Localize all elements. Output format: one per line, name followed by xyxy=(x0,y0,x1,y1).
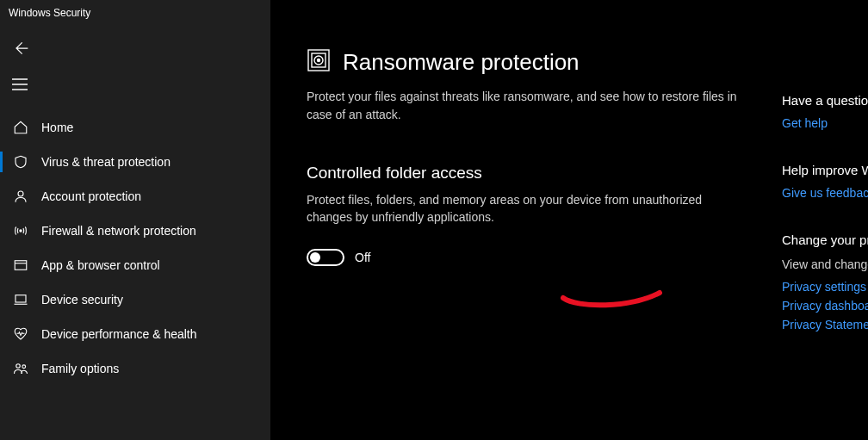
window-title: Windows Security xyxy=(9,7,90,19)
sidebar-item-family[interactable]: Family options xyxy=(0,351,270,386)
hamburger-button[interactable] xyxy=(0,67,270,105)
sidebar-item-label: Virus & threat protection xyxy=(41,155,170,169)
sidebar-item-firewall[interactable]: Firewall & network protection xyxy=(0,214,270,248)
main-content: Ransomware protection Protect your files… xyxy=(270,26,868,440)
window-icon xyxy=(12,257,29,273)
page-title: Ransomware protection xyxy=(343,49,580,76)
right-question-head: Have a question? xyxy=(782,93,868,108)
laptop-icon xyxy=(12,292,29,307)
svg-point-13 xyxy=(318,59,320,62)
svg-rect-5 xyxy=(15,261,27,270)
window-titlebar: Windows Security xyxy=(0,0,270,26)
controlled-folder-access-toggle[interactable] xyxy=(307,249,344,266)
person-icon xyxy=(12,189,29,204)
svg-point-9 xyxy=(22,365,26,369)
sidebar: Home Virus & threat protection Account p… xyxy=(0,26,270,440)
svg-point-3 xyxy=(18,191,23,196)
sidebar-item-label: Account protection xyxy=(41,189,141,203)
svg-point-4 xyxy=(20,230,22,232)
sidebar-item-home[interactable]: Home xyxy=(0,110,270,145)
hamburger-icon xyxy=(12,78,28,94)
svg-point-8 xyxy=(16,364,21,369)
sidebar-item-label: Device security xyxy=(41,293,123,307)
right-column: Have a question? Get help Help improve W… xyxy=(782,93,868,364)
sidebar-item-performance[interactable]: Device performance & health xyxy=(0,317,270,351)
toggle-knob xyxy=(310,252,320,263)
sidebar-item-label: App & browser control xyxy=(41,258,160,272)
right-privacy-head: Change your privacy settings xyxy=(782,232,868,247)
svg-rect-7 xyxy=(16,295,26,302)
sidebar-item-app-browser[interactable]: App & browser control xyxy=(0,248,270,282)
sidebar-item-label: Device performance & health xyxy=(41,327,197,341)
antenna-icon xyxy=(12,223,29,239)
back-arrow-icon xyxy=(12,40,29,60)
shield-icon xyxy=(12,154,29,170)
sidebar-item-label: Firewall & network protection xyxy=(41,224,196,238)
sidebar-item-label: Home xyxy=(41,121,73,134)
get-help-link[interactable]: Get help xyxy=(782,116,868,130)
toggle-state-label: Off xyxy=(355,251,370,264)
annotation-underline xyxy=(561,289,664,310)
privacy-settings-link[interactable]: Privacy settings xyxy=(782,280,868,294)
heart-icon xyxy=(12,326,29,342)
sidebar-item-device-security[interactable]: Device security xyxy=(0,282,270,317)
feedback-link[interactable]: Give us feedback xyxy=(782,186,868,200)
ransomware-icon xyxy=(307,48,331,76)
right-privacy-body: View and change privacy settings for you… xyxy=(782,256,868,273)
sidebar-item-label: Family options xyxy=(41,362,119,375)
sidebar-item-account[interactable]: Account protection xyxy=(0,179,270,214)
privacy-statement-link[interactable]: Privacy Statement xyxy=(782,318,868,332)
back-button[interactable] xyxy=(0,33,270,67)
home-icon xyxy=(12,120,29,135)
sidebar-item-virus[interactable]: Virus & threat protection xyxy=(0,145,270,179)
section-subtitle: Protect files, folders, and memory areas… xyxy=(307,191,737,226)
right-improve-head: Help improve Windows Security xyxy=(782,163,868,177)
family-icon xyxy=(12,361,29,376)
privacy-dashboard-link[interactable]: Privacy dashboard xyxy=(782,299,868,313)
page-subtitle: Protect your files against threats like … xyxy=(307,88,737,124)
